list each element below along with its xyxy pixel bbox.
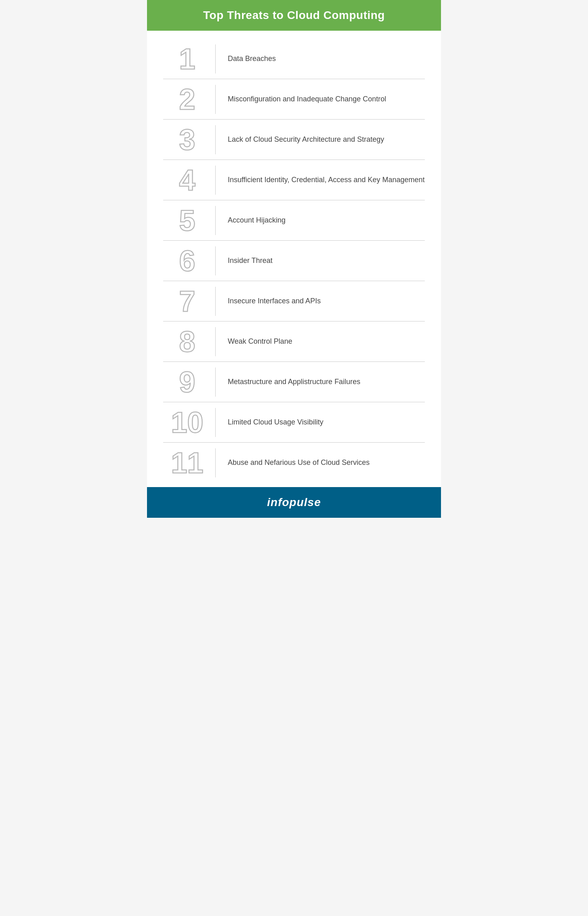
threat-label: Lack of Cloud Security Architecture and … (220, 134, 425, 145)
threat-number: 8 (179, 327, 195, 356)
number-column: 9 (163, 368, 216, 397)
threat-label: Weak Control Plane (220, 336, 425, 347)
list-item: 8 Weak Control Plane (163, 321, 425, 362)
threat-label: Insufficient Identity, Credential, Acces… (220, 175, 425, 185)
list-item: 4 Insufficient Identity, Credential, Acc… (163, 160, 425, 200)
threat-label: Insecure Interfaces and APIs (220, 296, 425, 306)
threat-number: 4 (179, 166, 195, 195)
threat-label: Misconfiguration and Inadequate Change C… (220, 94, 425, 104)
number-column: 1 (163, 44, 216, 74)
threat-number: 11 (171, 448, 203, 477)
number-column: 11 (163, 448, 216, 477)
number-wrapper: 8 (179, 327, 195, 356)
threat-number: 6 (179, 246, 195, 275)
threat-number: 3 (179, 125, 195, 154)
list-item: 3 Lack of Cloud Security Architecture an… (163, 120, 425, 160)
number-column: 7 (163, 287, 216, 316)
number-column: 4 (163, 166, 216, 195)
number-wrapper: 6 (179, 246, 195, 275)
main-card: Top Threats to Cloud Computing 1 Data Br… (147, 0, 441, 518)
threat-number: 9 (179, 368, 195, 397)
number-wrapper: 1 (179, 44, 195, 74)
threat-label: Abuse and Nefarious Use of Cloud Service… (220, 458, 425, 468)
list-item: 7 Insecure Interfaces and APIs (163, 281, 425, 321)
threat-label: Metastructure and Applistructure Failure… (220, 377, 425, 387)
threat-number: 2 (179, 85, 195, 114)
footer: infopulse (147, 487, 441, 518)
threat-label: Account Hijacking (220, 215, 425, 225)
list-item: 6 Insider Threat (163, 241, 425, 281)
number-wrapper: 10 (171, 408, 203, 437)
number-wrapper: 5 (179, 206, 195, 235)
threats-list: 1 Data Breaches 2 Misconfiguration and I… (147, 31, 441, 487)
number-column: 8 (163, 327, 216, 356)
threat-label: Limited Cloud Usage Visibility (220, 417, 425, 427)
threat-number: 10 (171, 408, 203, 437)
list-item: 9 Metastructure and Applistructure Failu… (163, 362, 425, 402)
threat-label: Insider Threat (220, 256, 425, 266)
brand-name: infopulse (267, 496, 321, 508)
header: Top Threats to Cloud Computing (147, 0, 441, 31)
number-column: 10 (163, 408, 216, 437)
page-title: Top Threats to Cloud Computing (163, 9, 425, 22)
number-column: 5 (163, 206, 216, 235)
number-column: 3 (163, 125, 216, 154)
list-item: 10 Limited Cloud Usage Visibility (163, 402, 425, 443)
number-wrapper: 2 (179, 85, 195, 114)
threat-number: 5 (179, 206, 195, 235)
number-wrapper: 9 (179, 368, 195, 397)
number-column: 2 (163, 85, 216, 114)
number-wrapper: 11 (171, 448, 203, 477)
list-item: 11 Abuse and Nefarious Use of Cloud Serv… (163, 443, 425, 483)
list-item: 2 Misconfiguration and Inadequate Change… (163, 79, 425, 120)
number-wrapper: 7 (179, 287, 195, 316)
number-wrapper: 4 (179, 166, 195, 195)
number-column: 6 (163, 246, 216, 275)
list-item: 1 Data Breaches (163, 39, 425, 79)
number-wrapper: 3 (179, 125, 195, 154)
threat-label: Data Breaches (220, 54, 425, 64)
list-item: 5 Account Hijacking (163, 200, 425, 241)
threat-number: 7 (179, 287, 195, 316)
threat-number: 1 (179, 44, 195, 74)
